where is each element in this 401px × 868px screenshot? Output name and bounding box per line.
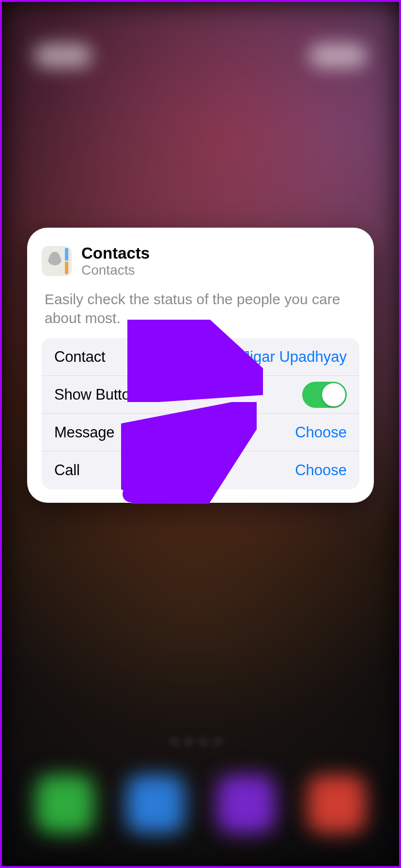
- row-label-show-buttons: Show Buttons: [54, 386, 146, 403]
- row-value-message: Choose: [295, 424, 347, 441]
- status-bar-blur-right: [309, 44, 367, 68]
- widget-config-card: Contacts Contacts Easily check the statu…: [27, 228, 374, 503]
- row-message[interactable]: Message Choose: [42, 414, 359, 451]
- widget-subtitle: Contacts: [81, 263, 150, 278]
- contacts-app-icon: [42, 246, 72, 276]
- status-bar-blur-left: [34, 44, 92, 68]
- row-label-call: Call: [54, 462, 80, 479]
- widget-description: Easily check the status of the people yo…: [42, 290, 359, 338]
- page-indicator-blur: ••••: [0, 732, 401, 747]
- dock-blur: [19, 766, 382, 841]
- row-label-contact: Contact: [54, 348, 105, 366]
- widget-title: Contacts: [81, 244, 150, 263]
- row-label-message: Message: [54, 424, 114, 441]
- row-call[interactable]: Call Choose: [42, 451, 359, 489]
- settings-list: Contact Jigar Upadhyay Show Buttons Mess…: [42, 338, 359, 489]
- row-show-buttons[interactable]: Show Buttons: [42, 376, 359, 414]
- row-contact[interactable]: Contact Jigar Upadhyay: [42, 338, 359, 376]
- card-header: Contacts Contacts: [42, 244, 359, 278]
- row-value-call: Choose: [295, 462, 347, 479]
- row-value-contact: Jigar Upadhyay: [243, 348, 347, 366]
- show-buttons-toggle[interactable]: [302, 382, 347, 408]
